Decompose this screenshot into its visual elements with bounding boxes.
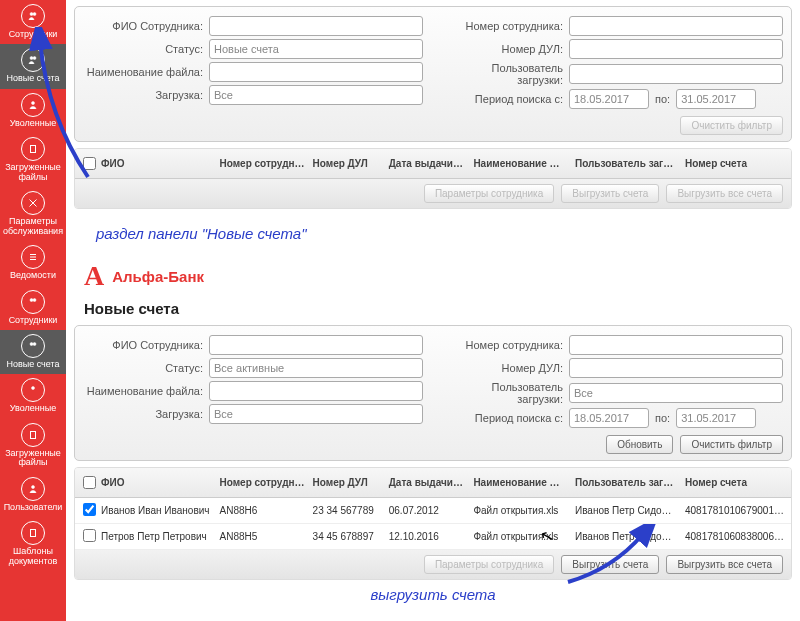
export-all-button[interactable]: Выгрузить все счета <box>666 184 783 203</box>
user-select[interactable]: Все <box>569 383 783 403</box>
cell-fio: Иванов Иван Иванович <box>97 500 215 521</box>
sidebar-item-users[interactable]: Пользователи <box>0 473 66 517</box>
col-date: Дата выдачи ДУЛ <box>385 153 470 174</box>
sidebar-item-params[interactable]: Параметры обслуживания <box>0 187 66 241</box>
file-input[interactable] <box>209 62 423 82</box>
list-icon <box>21 245 45 269</box>
svg-point-6 <box>30 298 33 301</box>
file-label: Наименование файла: <box>83 66 209 78</box>
sidebar-item-label: Ведомости <box>10 271 56 280</box>
sidebar-item-employees[interactable]: Сотрудники <box>0 0 66 44</box>
svg-point-3 <box>33 57 36 60</box>
export-button[interactable]: Выгрузить счета <box>561 555 659 574</box>
upload-select[interactable]: Все <box>209 404 423 424</box>
row-checkbox[interactable] <box>83 503 96 516</box>
sidebar-item-fired-2[interactable]: Уволенные <box>0 374 66 418</box>
clear-filter-button[interactable]: Очистить фильтр <box>680 435 783 454</box>
sidebar-item-employees-2[interactable]: Сотрудники <box>0 286 66 330</box>
bank-logo: A <box>84 260 104 292</box>
sidebar-item-label: Шаблоны документов <box>3 547 63 566</box>
clear-filter-button[interactable]: Очистить фильтр <box>680 116 783 135</box>
row-checkbox[interactable] <box>83 529 96 542</box>
sidebar-item-statements[interactable]: Ведомости <box>0 241 66 285</box>
emp-no-input[interactable] <box>569 335 783 355</box>
cell-fio: Петров Петр Петрович <box>97 526 215 547</box>
period-label: Период поиска с: <box>443 412 569 424</box>
select-all-checkbox[interactable] <box>83 476 96 489</box>
sidebar-item-new-accounts-2[interactable]: Новые счета <box>0 330 66 374</box>
sidebar-item-fired[interactable]: Уволенные <box>0 89 66 133</box>
sidebar-item-new-accounts[interactable]: Новые счета <box>0 44 66 88</box>
dul-input[interactable] <box>569 358 783 378</box>
filter-panel-top: ФИО Сотрудника: Статус:Новые счета Наиме… <box>74 6 792 142</box>
period-to-input[interactable]: 31.05.2017 <box>676 89 756 109</box>
svg-point-4 <box>32 101 35 104</box>
sidebar-item-templates[interactable]: Шаблоны документов <box>0 517 66 571</box>
cell-file: Файл открытия.xls <box>469 526 571 547</box>
table-header: ФИО Номер сотрудника Номер ДУЛ Дата выда… <box>75 149 791 179</box>
table-row[interactable]: Петров Петр Петрович AN88H5 34 45 678897… <box>75 524 791 550</box>
cell-user: Иванов Петр Сидорович <box>571 500 681 521</box>
status-select[interactable]: Новые счета <box>209 39 423 59</box>
svg-rect-11 <box>31 431 36 438</box>
svg-point-1 <box>33 13 36 16</box>
params-button[interactable]: Параметры сотрудника <box>424 184 554 203</box>
filter-panel-bottom: ФИО Сотрудника: Статус:Все активные Наим… <box>74 325 792 461</box>
svg-point-8 <box>30 342 33 345</box>
emp-no-input[interactable] <box>569 16 783 36</box>
col-emp: Номер сотрудника <box>215 472 308 493</box>
file-input[interactable] <box>209 381 423 401</box>
period-to-input[interactable]: 31.05.2017 <box>676 408 756 428</box>
sidebar-item-files-2[interactable]: Загруженные файлы <box>0 419 66 473</box>
dul-input[interactable] <box>569 39 783 59</box>
users-icon <box>21 290 45 314</box>
fio-label: ФИО Сотрудника: <box>83 20 209 32</box>
sidebar-item-label: Уволенные <box>10 119 56 128</box>
users-icon <box>21 477 45 501</box>
fio-input[interactable] <box>209 335 423 355</box>
sidebar-item-label: Загруженные файлы <box>3 449 63 468</box>
cell-emp: AN88H6 <box>215 500 308 521</box>
export-button[interactable]: Выгрузить счета <box>561 184 659 203</box>
cell-dul: 34 45 678897 <box>309 526 385 547</box>
period-from-input[interactable]: 18.05.2017 <box>569 408 649 428</box>
doc-icon <box>21 521 45 545</box>
select-all-checkbox[interactable] <box>83 157 96 170</box>
annotation-caption-2: выгрузить счета <box>66 586 800 603</box>
bank-name: Альфа-Банк <box>112 268 204 285</box>
period-label: Период поиска с: <box>443 93 569 105</box>
svg-point-10 <box>32 387 35 390</box>
annotation-caption-1: раздел панели "Новые счета" <box>96 225 800 242</box>
col-dul: Номер ДУЛ <box>309 472 385 493</box>
file-icon <box>21 423 45 447</box>
fio-input[interactable] <box>209 16 423 36</box>
users-icon <box>21 93 45 117</box>
period-from-input[interactable]: 18.05.2017 <box>569 89 649 109</box>
col-date: Дата выдачи ДУЛ <box>385 472 470 493</box>
user-select[interactable] <box>569 64 783 84</box>
status-select[interactable]: Все активные <box>209 358 423 378</box>
bank-header: A Альфа-Банк <box>84 260 800 292</box>
params-button[interactable]: Параметры сотрудника <box>424 555 554 574</box>
cell-acct: 40817810608380068465 <box>681 526 791 547</box>
period-to-label: по: <box>649 412 676 424</box>
user-label: Пользователь загрузки: <box>443 62 569 86</box>
emp-no-label: Номер сотрудника: <box>443 20 569 32</box>
results-table-bottom: ФИО Номер сотрудника Номер ДУЛ Дата выда… <box>74 467 792 580</box>
sidebar-item-files[interactable]: Загруженные файлы <box>0 133 66 187</box>
users-icon <box>21 48 45 72</box>
cell-file: Файл открытия.xls <box>469 500 571 521</box>
period-to-label: по: <box>649 93 676 105</box>
tools-icon <box>21 191 45 215</box>
svg-point-0 <box>30 13 33 16</box>
table-row[interactable]: Иванов Иван Иванович AN88H6 23 34 567789… <box>75 498 791 524</box>
export-all-button[interactable]: Выгрузить все счета <box>666 555 783 574</box>
cell-acct: 40817810106790019519 <box>681 500 791 521</box>
cell-dul: 23 34 567789 <box>309 500 385 521</box>
upload-select[interactable]: Все <box>209 85 423 105</box>
refresh-button[interactable]: Обновить <box>606 435 673 454</box>
sidebar-item-label: Пользователи <box>4 503 63 512</box>
users-icon <box>21 334 45 358</box>
svg-point-7 <box>33 298 36 301</box>
col-user: Пользователь загрузки <box>571 472 681 493</box>
